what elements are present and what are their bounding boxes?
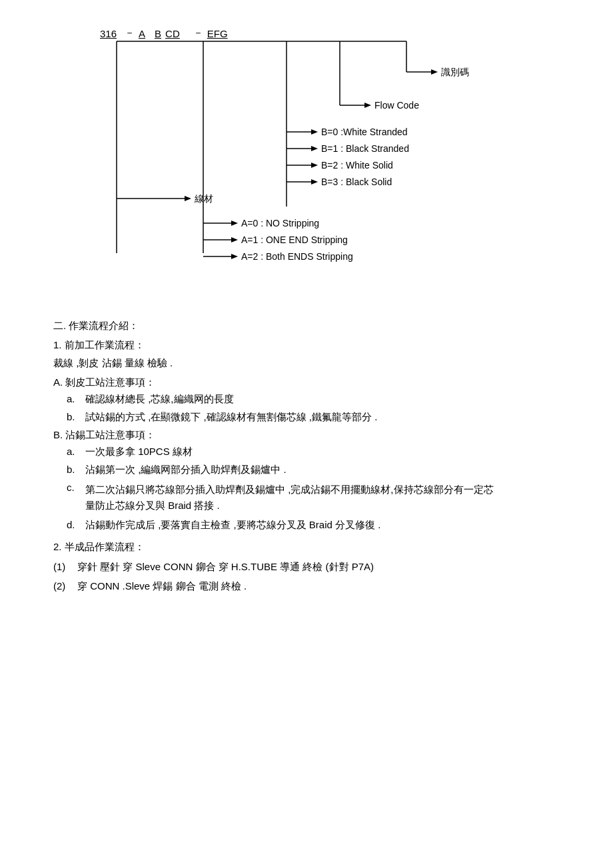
item2-label: 2. 半成品作業流程：	[53, 541, 145, 554]
sectionB-b-text: 沾錫第一次 ,編織网部分插入助焊劑及錫爐中 .	[85, 464, 287, 476]
svg-text:Flow Code: Flow Code	[374, 100, 419, 111]
flow-line: 裁線 ,剝皮 沾錫 量線 檢驗 .	[53, 357, 560, 370]
svg-marker-21	[311, 179, 318, 185]
item2-title: 2. 半成品作業流程：	[53, 541, 560, 554]
sectionA-a-text: 確認線材總長 ,芯線,編織网的長度	[85, 393, 234, 406]
sectionB-item-d: d. 沾錫動作完成后 ,要落實自主檢查 ,要將芯線分叉及 Braid 分叉修復 …	[67, 519, 560, 532]
svg-marker-4	[431, 69, 438, 75]
sectionB-a-label: a.	[67, 446, 80, 458]
bottom-section: 2. 半成品作業流程： (1) 穿針 壓針 穿 Sleve CONN 鉚合 穿 …	[53, 541, 560, 593]
sectionB-b-label: b.	[67, 464, 80, 476]
sectionB-d-text: 沾錫動作完成后 ,要落實自主檢查 ,要將芯線分叉及 Braid 分叉修復 .	[85, 519, 380, 532]
sectionB-c-label: c.	[67, 482, 80, 493]
sectionA-title: A. 剝皮工站注意事項：	[53, 376, 560, 389]
sectionB-item-c: c. 第二次沾錫只將芯線部分插入助焊劑及錫爐中 ,完成沾錫不用擺動線材,保持芯線…	[67, 482, 560, 514]
parens-item-1: (1) 穿針 壓針 穿 Sleve CONN 鉚合 穿 H.S.TUBE 導通 …	[53, 559, 560, 575]
svg-text:A=1 : ONE END Stripping: A=1 : ONE END Stripping	[241, 234, 348, 245]
item1-title: 1. 前加工作業流程：	[53, 339, 560, 352]
item1-label: 1. 前加工作業流程：	[53, 339, 145, 352]
diagram-section: 316 － A B CD － EFG 識別碼 Flow Code B=0 :Wh…	[80, 27, 533, 306]
svg-text:A=0 : NO Stripping: A=0 : NO Stripping	[241, 218, 319, 228]
svg-text:B=2 : White Solid: B=2 : White Solid	[321, 160, 393, 171]
svg-text:識別碼: 識別碼	[441, 67, 469, 77]
parens-num-1: (1)	[53, 559, 73, 575]
sectionB-item-b: b. 沾錫第一次 ,編織网部分插入助焊劑及錫爐中 .	[67, 464, 560, 476]
svg-marker-18	[311, 163, 318, 168]
svg-marker-12	[311, 129, 318, 135]
svg-text:B=1 : Black Stranded: B=1 : Black Stranded	[321, 143, 409, 154]
svg-marker-24	[185, 196, 191, 201]
sectionA-item-b: b. 試站錫的方式 ,在顯微鏡下 ,確認線材有無割傷芯線 ,鐵氟龍等部分 .	[67, 411, 560, 424]
parens-num-2: (2)	[53, 580, 73, 593]
sectionB-title: B. 沾錫工站注意事項：	[53, 429, 560, 442]
parens-item-2: (2) 穿 CONN .Sleve 焊錫 鉚合 電測 終檢 .	[53, 580, 560, 593]
svg-marker-34	[231, 254, 238, 259]
svg-text:A=2 : Both ENDS Stripping: A=2 : Both ENDS Stripping	[241, 251, 353, 262]
svg-marker-28	[231, 220, 238, 226]
branch-diagram: 識別碼 Flow Code B=0 :White Stranded B=1 : …	[80, 27, 533, 306]
svg-text:B=3 : Black Solid: B=3 : Black Solid	[321, 177, 392, 187]
sectionB-c-text: 第二次沾錫只將芯線部分插入助焊劑及錫爐中 ,完成沾錫不用擺動線材,保持芯線部分有…	[85, 482, 498, 514]
sectionA-b-text: 試站錫的方式 ,在顯微鏡下 ,確認線材有無割傷芯線 ,鐵氟龍等部分 .	[85, 411, 377, 424]
parens-text-2: 穿 CONN .Sleve 焊錫 鉚合 電測 終檢 .	[77, 580, 247, 593]
svg-marker-15	[311, 146, 318, 151]
sectionB-d-label: d.	[67, 519, 80, 532]
svg-text:B=0 :White Stranded: B=0 :White Stranded	[321, 127, 408, 137]
sectionA-item-a: a. 確認線材總長 ,芯線,編織网的長度	[67, 393, 560, 406]
content-section: 二. 作業流程介紹： 1. 前加工作業流程： 裁線 ,剝皮 沾錫 量線 檢驗 .…	[53, 320, 560, 593]
svg-marker-8	[364, 103, 371, 108]
sectionB-a-text: 一次最多拿 10PCS 線材	[85, 446, 193, 458]
parens-text-1: 穿針 壓針 穿 Sleve CONN 鉚合 穿 H.S.TUBE 導通 終檢 (…	[77, 559, 374, 575]
sectionB-item-a: a. 一次最多拿 10PCS 線材	[67, 446, 560, 458]
sectionA-a-label: a.	[67, 393, 80, 406]
svg-marker-31	[231, 237, 238, 242]
sectionA-b-label: b.	[67, 411, 80, 424]
section2-title: 二. 作業流程介紹：	[53, 320, 560, 332]
